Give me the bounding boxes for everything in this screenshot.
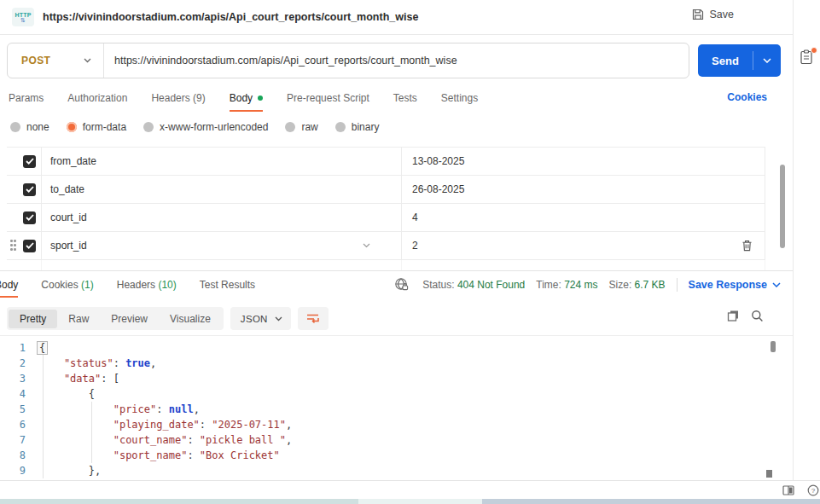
token-str: "2025-07-11": [212, 419, 286, 431]
save-response-label: Save Response: [689, 279, 767, 291]
status-footer: ?: [0, 480, 820, 499]
radio-label: binary: [352, 121, 380, 133]
send-button[interactable]: Send: [698, 44, 781, 77]
value-cell[interactable]: 26-08-2025: [401, 176, 765, 203]
tab-settings[interactable]: Settings: [441, 92, 478, 104]
tab-label: Pre-request Script: [287, 92, 369, 104]
response-tabs: BodyCookies (1)Headers (10)Test Results: [0, 279, 255, 291]
chevron-down-icon[interactable]: [363, 243, 370, 248]
fold-marker[interactable]: {: [37, 341, 48, 355]
view-tab-preview[interactable]: Preview: [100, 310, 159, 328]
response-tab-test-results[interactable]: Test Results: [200, 279, 255, 291]
split-pane-icon[interactable]: [782, 485, 794, 495]
save-response-button[interactable]: Save Response: [689, 279, 781, 291]
tab-label: Settings: [441, 92, 478, 104]
body-mode-x-www-form-urlencoded[interactable]: x-www-form-urlencoded: [143, 121, 268, 133]
tab-pre-request-script[interactable]: Pre-request Script: [287, 92, 369, 104]
key-cell[interactable]: from_date: [41, 148, 401, 175]
tab-count: (1): [79, 279, 94, 291]
key-cell[interactable]: sport_id: [41, 232, 401, 259]
copy-icon[interactable]: [727, 310, 740, 322]
value-cell[interactable]: 2: [401, 232, 765, 259]
response-tab-body[interactable]: Body: [0, 279, 18, 291]
view-mode-segmented: PrettyRawPreviewVisualize: [7, 307, 224, 330]
body-mode-none[interactable]: none: [10, 121, 49, 133]
help-icon[interactable]: ?: [807, 484, 819, 496]
row-handle-cell: [7, 176, 41, 203]
radio-icon: [285, 122, 295, 132]
response-tab-cookies[interactable]: Cookies (1): [41, 279, 93, 291]
line-content: "court_name": "pickle ball ",: [39, 432, 292, 448]
code-line: 8"sport_name": "Box Cricket": [0, 448, 793, 463]
bottom-strip: [0, 499, 820, 504]
line-content: "price": null,: [39, 402, 200, 417]
response-view-toolbar: PrettyRawPreviewVisualize JSON: [7, 307, 329, 330]
token-pun: :: [113, 357, 125, 369]
radio-label: raw: [301, 121, 317, 133]
row-checkbox[interactable]: [23, 155, 36, 168]
token-pun: },: [89, 465, 101, 477]
cookies-link[interactable]: Cookies: [727, 91, 767, 103]
token-pun: :: [187, 434, 199, 446]
tab-count: (10): [155, 279, 177, 291]
body-mode-raw[interactable]: raw: [285, 121, 317, 133]
request-title: https://vivinindoorstadium.com/apis/Api_…: [43, 11, 418, 23]
token-key: "status": [64, 357, 113, 369]
network-icon: [394, 277, 409, 292]
code-line: 9},: [0, 463, 793, 478]
tab-tests[interactable]: Tests: [393, 92, 417, 104]
table-row: from_date13-08-2025: [7, 148, 765, 176]
editor-scrollbar-end: [766, 470, 772, 478]
method-label: POST: [21, 55, 50, 67]
url-input[interactable]: [104, 55, 689, 67]
tab-headers-[interactable]: Headers (9): [151, 92, 205, 104]
format-icon: [305, 313, 321, 325]
radio-label: form-data: [83, 121, 126, 133]
radio-icon: [67, 122, 77, 132]
method-select[interactable]: POST: [8, 55, 103, 67]
body-mode-form-data[interactable]: form-data: [67, 121, 126, 133]
response-body-editor[interactable]: 1{2"status": true,3"data": [4{5"price": …: [0, 335, 793, 480]
drag-handle-icon[interactable]: [10, 240, 17, 252]
row-checkbox[interactable]: [23, 183, 36, 196]
key-cell[interactable]: court_id: [41, 204, 401, 231]
right-sidebar: </>: [793, 0, 820, 480]
row-checkbox[interactable]: [23, 211, 36, 224]
delete-row-icon[interactable]: [741, 240, 753, 252]
row-handle-cell: [7, 204, 41, 231]
view-tab-visualize[interactable]: Visualize: [159, 310, 222, 328]
beautify-button[interactable]: [298, 307, 329, 330]
send-options-chevron-icon[interactable]: [753, 58, 781, 63]
form-data-table: from_date13-08-2025to_date26-08-2025cour…: [7, 147, 765, 271]
request-url-bar: POST: [7, 43, 689, 78]
value-cell[interactable]: 4: [401, 204, 765, 231]
tab-params[interactable]: Params: [9, 92, 44, 104]
line-content: {: [39, 340, 48, 356]
runner-panel-icon[interactable]: [800, 49, 815, 65]
chevron-down-icon: [84, 58, 91, 63]
value-cell[interactable]: 13-08-2025: [401, 148, 765, 175]
token-pun: : [: [101, 373, 119, 385]
body-mode-binary[interactable]: binary: [335, 121, 380, 133]
table-scrollbar[interactable]: [780, 165, 785, 248]
tab-body[interactable]: Body: [230, 92, 263, 104]
row-checkbox[interactable]: [23, 240, 36, 252]
view-tab-raw[interactable]: Raw: [57, 310, 100, 328]
response-header: BodyCookies (1)Headers (10)Test Results …: [0, 270, 793, 301]
meta-size: Size: 6.7 KB: [609, 279, 666, 291]
token-key: "playing_date": [113, 419, 200, 431]
view-tab-pretty[interactable]: Pretty: [9, 310, 57, 328]
line-number: 3: [0, 371, 26, 386]
response-tab-headers[interactable]: Headers (10): [117, 279, 177, 291]
search-icon[interactable]: [751, 310, 764, 322]
tab-label: Authorization: [67, 92, 127, 104]
notification-dot: [811, 47, 817, 54]
language-select[interactable]: JSON: [230, 307, 291, 330]
editor-scrollbar[interactable]: [771, 341, 776, 352]
key-cell[interactable]: to_date: [41, 176, 401, 203]
token-key: "data": [64, 373, 101, 385]
save-button[interactable]: Save: [692, 9, 735, 20]
code-line: 2"status": true,: [0, 356, 793, 371]
token-pun: ,: [150, 357, 156, 369]
tab-authorization[interactable]: Authorization: [67, 92, 127, 104]
